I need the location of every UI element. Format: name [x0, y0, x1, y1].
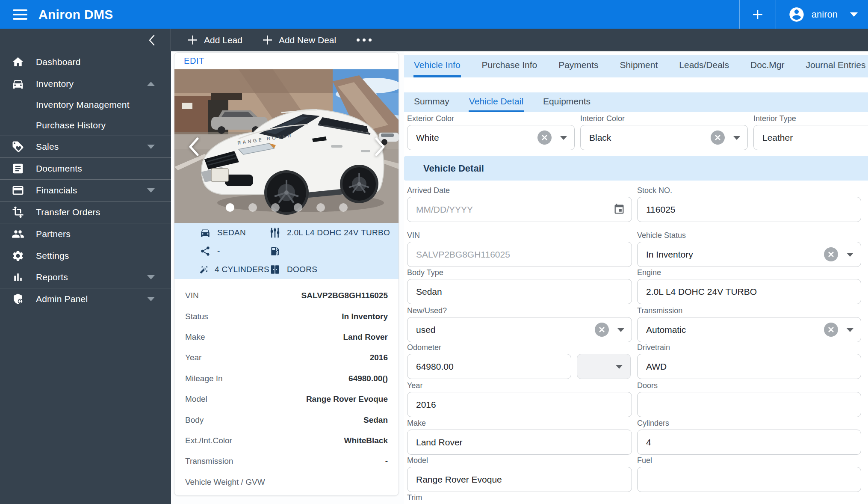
chevron-down-icon[interactable] — [147, 275, 155, 279]
carousel-dot[interactable] — [271, 203, 280, 212]
cylinders-input[interactable] — [637, 430, 861, 455]
sidebar-item-inventory[interactable]: Inventory — [0, 73, 171, 95]
detail-row: ModelRange Rover Evoque — [174, 389, 399, 409]
calendar-icon[interactable] — [613, 203, 625, 217]
fuel-input[interactable] — [637, 467, 861, 492]
field-year: Year — [407, 382, 632, 417]
sidebar-item-admin-panel[interactable]: Admin Panel — [0, 288, 171, 310]
subtab-summary[interactable]: Summay — [413, 92, 450, 112]
sidebar-item-transfer-orders[interactable]: Transfer Orders — [0, 202, 171, 223]
field-new-used: New/Used? — [407, 307, 632, 342]
odometer-unit-select[interactable] — [577, 354, 631, 379]
plus-icon — [187, 35, 198, 45]
clear-icon[interactable] — [595, 323, 609, 337]
clear-icon[interactable] — [824, 247, 838, 261]
sidebar-item-settings[interactable]: Settings — [0, 245, 171, 267]
chevron-down-icon[interactable] — [560, 136, 567, 140]
odometer-input[interactable] — [407, 354, 571, 379]
field-odometer: Odometer — [407, 344, 571, 379]
detail-row: Vehicle Weight / GVW — [174, 472, 399, 492]
edit-link[interactable]: EDIT — [184, 56, 204, 66]
chevron-down-icon[interactable] — [147, 297, 155, 301]
carousel-dot[interactable] — [294, 203, 302, 212]
clear-icon[interactable] — [711, 130, 725, 145]
subtab-equipments[interactable]: Equipments — [543, 92, 591, 112]
vehicle-card: EDIT — [174, 52, 399, 496]
field-model: Model — [407, 457, 632, 492]
sidebar-item-financials[interactable]: Financials — [0, 180, 171, 201]
user-menu[interactable]: aniron — [776, 0, 868, 29]
field-transmission: Transmission — [637, 307, 861, 342]
sidebar-divider — [0, 310, 171, 310]
arrived-date-input[interactable] — [407, 197, 632, 222]
chevron-down-icon[interactable] — [147, 145, 155, 149]
year-input[interactable] — [407, 392, 632, 417]
model-input[interactable] — [407, 467, 632, 492]
subtab-vehicle-detail[interactable]: Vehicle Detail — [469, 92, 524, 112]
home-icon — [0, 56, 36, 68]
detail-row: Mileage In64980.00() — [174, 368, 399, 389]
sidebar-item-partners[interactable]: Partners — [0, 223, 171, 245]
drivetrain-input[interactable] — [637, 354, 861, 379]
carousel-dot[interactable] — [248, 203, 257, 212]
carousel-dot[interactable] — [339, 203, 348, 212]
detail-row: Ext./Int.ColorWhiteBlack — [174, 430, 399, 451]
hamburger-menu-icon[interactable] — [13, 9, 27, 20]
app-title: Aniron DMS — [38, 7, 113, 22]
clear-icon[interactable] — [824, 323, 838, 337]
clear-icon[interactable] — [537, 130, 552, 145]
field-doors: Doors — [637, 382, 861, 417]
tab-purchase-info[interactable]: Purchase Info — [481, 55, 538, 77]
app-header: Aniron DMS aniron — [0, 0, 868, 29]
field-vin: VIN — [407, 231, 632, 267]
carousel-dot[interactable] — [316, 203, 325, 212]
carousel-dot[interactable] — [226, 203, 234, 212]
field-interior-color: Interior Color — [580, 115, 748, 150]
vin-input[interactable] — [407, 242, 632, 267]
spec-doors: DOORS — [269, 264, 399, 275]
tab-leads-deals[interactable]: Leads/Deals — [679, 55, 729, 77]
chevron-down-icon[interactable] — [147, 188, 155, 193]
interior-type-input[interactable] — [753, 125, 868, 150]
sidebar-item-dashboard[interactable]: Dashboard — [0, 51, 171, 73]
tab-doc-mgr[interactable]: Doc.Mgr — [750, 55, 785, 77]
sidebar-item-sales[interactable]: Sales — [0, 136, 171, 157]
tab-journal-entries[interactable]: Journal Entries — [805, 55, 866, 77]
toolbar-actions: Add Lead Add New Deal — [171, 29, 372, 51]
chevron-down-icon[interactable] — [733, 136, 740, 140]
tab-payments[interactable]: Payments — [558, 55, 599, 77]
doors-input[interactable] — [637, 392, 861, 417]
chevron-down-icon[interactable] — [617, 328, 624, 332]
username-label: aniron — [812, 9, 838, 20]
detail-row: Year2016 — [174, 347, 399, 368]
add-lead-button[interactable]: Add Lead — [187, 35, 242, 45]
vehicle-photo: RANGE ROVER — [174, 69, 399, 223]
field-drivetrain: Drivetrain — [637, 344, 861, 379]
field-make: Make — [407, 419, 632, 455]
sidebar-item-documents[interactable]: Documents — [0, 158, 171, 179]
quick-add-button[interactable] — [740, 0, 776, 29]
chevron-up-icon[interactable] — [147, 82, 155, 86]
add-new-deal-button[interactable]: Add New Deal — [262, 35, 336, 45]
sidebar-item-reports[interactable]: Reports — [0, 267, 171, 288]
account-circle-icon — [788, 6, 805, 23]
photo-next-button[interactable] — [375, 137, 386, 157]
photo-prev-button[interactable] — [188, 137, 199, 157]
main-tab-bar: Vehicle Info Purchase Info Payments Ship… — [404, 55, 868, 77]
tab-vehicle-info[interactable]: Vehicle Info — [413, 55, 461, 77]
more-actions-button[interactable] — [356, 35, 372, 45]
sidebar-item-purchase-history[interactable]: Purchase History — [0, 115, 171, 136]
make-input[interactable] — [407, 430, 632, 455]
chevron-down-icon[interactable] — [847, 253, 853, 257]
body-type-input[interactable] — [407, 279, 632, 304]
collapse-sidebar-button[interactable] — [148, 34, 155, 46]
field-engine: Engine — [637, 269, 861, 304]
detail-row: BodySedan — [174, 409, 399, 430]
detail-row: Transmission- — [174, 451, 399, 471]
engine-input[interactable] — [637, 279, 861, 304]
tab-shipment[interactable]: Shipment — [620, 55, 658, 77]
drivetrain-share-icon — [200, 246, 211, 257]
sidebar-item-inventory-management[interactable]: Inventory Management — [0, 95, 171, 115]
chevron-down-icon[interactable] — [847, 328, 853, 332]
stock-no-input[interactable] — [637, 197, 861, 222]
